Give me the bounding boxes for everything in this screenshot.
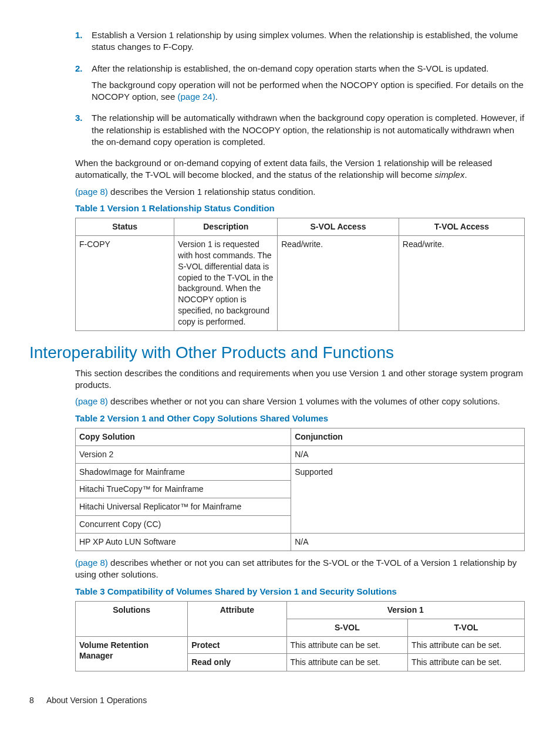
cell: Protect xyxy=(188,636,286,654)
cell: This attribute can be set. xyxy=(286,636,408,654)
step-text: After the relationship is established, t… xyxy=(92,63,525,75)
section-heading: Interoperability with Other Products and… xyxy=(29,342,525,364)
col-subheader: T-VOL xyxy=(408,619,525,636)
page-number: 8 xyxy=(29,696,34,705)
table-compatibility: Solutions Attribute Version 1 S-VOL T-VO… xyxy=(75,601,525,672)
cell: This attribute can be set. xyxy=(286,654,408,671)
table-title: Table 1 Version 1 Relationship Status Co… xyxy=(75,202,525,214)
cell: This attribute can be set. xyxy=(408,654,525,671)
table-status-condition: Status Description S-VOL Access T-VOL Ac… xyxy=(75,218,525,331)
table-row: Volume Retention Manager Protect This at… xyxy=(76,636,525,654)
paragraph: This section describes the conditions an… xyxy=(75,367,525,391)
cell: Supported xyxy=(291,463,525,534)
table-row: F-COPY Version 1 is requested with host … xyxy=(76,235,525,330)
paragraph: When the background or on-demand copying… xyxy=(75,157,525,181)
cell: F-COPY xyxy=(76,235,174,330)
cell: This attribute can be set. xyxy=(408,636,525,654)
step-number: 1. xyxy=(75,29,92,58)
col-header: Attribute xyxy=(188,601,286,636)
page-footer: 8 About Version 1 Operations xyxy=(29,695,525,706)
col-header: Solutions xyxy=(76,601,188,636)
cell: Read only xyxy=(188,654,286,671)
cell: N/A xyxy=(291,534,525,551)
paragraph: (page 8) describes the Version 1 relatio… xyxy=(75,186,525,198)
paragraph: (page 8) describes whether or not you ca… xyxy=(75,557,525,581)
cell: Read/write. xyxy=(399,235,524,330)
col-header: Version 1 xyxy=(286,601,524,619)
cell: Read/write. xyxy=(278,235,399,330)
step-text: The background copy operation will not b… xyxy=(92,79,525,103)
table-row: Version 2N/A xyxy=(76,445,525,463)
page-link[interactable]: (page 24) xyxy=(177,92,215,102)
col-header: T-VOL Access xyxy=(399,218,524,236)
footer-title: About Version 1 Operations xyxy=(46,696,147,705)
step-text: Establish a Version 1 relationship by us… xyxy=(92,29,525,53)
cell: Version 2 xyxy=(76,445,291,463)
col-header: Status xyxy=(76,218,174,236)
col-header: Conjunction xyxy=(291,428,525,445)
table-title: Table 2 Version 1 and Other Copy Solutio… xyxy=(75,413,525,424)
page-link[interactable]: (page 8) xyxy=(75,558,108,568)
col-subheader: S-VOL xyxy=(286,619,408,636)
step-text: The relationship will be automatically w… xyxy=(92,112,525,148)
table-copy-solutions: Copy Solution Conjunction Version 2N/A S… xyxy=(75,428,525,551)
cell: Hitachi Universal Replicator™ for Mainfr… xyxy=(76,498,291,516)
step-number: 3. xyxy=(75,112,92,153)
col-header: Copy Solution xyxy=(76,428,291,445)
cell: ShadowImage for Mainframe xyxy=(76,463,291,481)
table-row: ShadowImage for MainframeSupported xyxy=(76,463,525,481)
step-number: 2. xyxy=(75,63,92,108)
paragraph: (page 8) describes whether or not you ca… xyxy=(75,396,525,407)
cell: N/A xyxy=(291,445,525,463)
cell: Concurrent Copy (CC) xyxy=(76,516,291,534)
page-link[interactable]: (page 8) xyxy=(75,187,108,197)
page-link[interactable]: (page 8) xyxy=(75,396,108,406)
cell: HP XP Auto LUN Software xyxy=(76,534,291,551)
cell: Version 1 is requested with host command… xyxy=(174,235,278,330)
steps-list: 1. Establish a Version 1 relationship by… xyxy=(75,29,525,153)
table-row: HP XP Auto LUN SoftwareN/A xyxy=(76,534,525,551)
table-title: Table 3 Compatibility of Volumes Shared … xyxy=(75,586,525,598)
col-header: S-VOL Access xyxy=(278,218,399,236)
col-header: Description xyxy=(174,218,278,236)
cell: Volume Retention Manager xyxy=(76,636,188,671)
cell: Hitachi TrueCopy™ for Mainframe xyxy=(76,481,291,498)
